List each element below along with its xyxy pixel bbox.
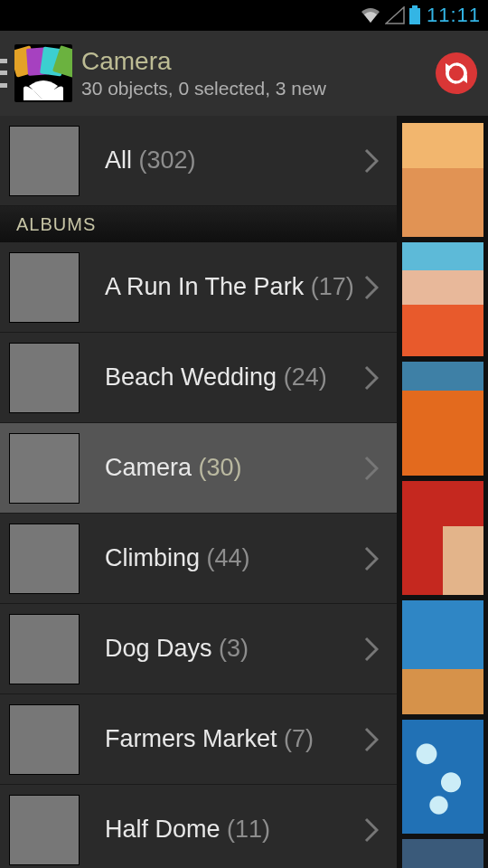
menu-icon[interactable] bbox=[0, 55, 7, 91]
battery-icon bbox=[408, 5, 421, 25]
svg-rect-1 bbox=[412, 5, 418, 8]
section-header-albums: ALBUMS bbox=[0, 206, 397, 242]
sync-icon bbox=[443, 60, 470, 87]
chevron-right-icon bbox=[364, 546, 379, 571]
album-thumb bbox=[9, 704, 80, 775]
photo-thumbnail[interactable] bbox=[402, 123, 483, 237]
album-row[interactable]: Dog Days (3) bbox=[0, 604, 397, 694]
status-time: 11:11 bbox=[427, 4, 481, 27]
album-thumb bbox=[9, 126, 80, 196]
album-label: Dog Days (3) bbox=[105, 635, 249, 663]
album-thumb bbox=[9, 614, 80, 684]
album-label: Camera (30) bbox=[105, 454, 242, 482]
album-row-all[interactable]: All (302) bbox=[0, 116, 397, 206]
album-label: Beach Wedding (24) bbox=[105, 363, 327, 392]
photo-thumbnail[interactable] bbox=[402, 839, 483, 868]
signal-icon bbox=[385, 6, 405, 24]
album-label: Farmers Market (7) bbox=[105, 725, 314, 753]
svg-rect-0 bbox=[409, 8, 420, 24]
photo-thumbnail[interactable] bbox=[402, 600, 483, 714]
page-subtitle: 30 objects, 0 selected, 3 new bbox=[81, 78, 436, 99]
album-label: A Run In The Park (17) bbox=[105, 273, 354, 301]
album-row[interactable]: Beach Wedding (24) bbox=[0, 333, 397, 423]
album-row[interactable]: Camera (30) bbox=[0, 423, 397, 514]
album-row[interactable]: Half Dome (11) bbox=[0, 785, 397, 868]
album-thumb bbox=[9, 795, 80, 865]
album-label: All (302) bbox=[105, 146, 196, 175]
album-row[interactable]: Farmers Market (7) bbox=[0, 694, 397, 785]
page-title: Camera bbox=[81, 47, 436, 76]
photo-thumbnail[interactable] bbox=[402, 362, 483, 476]
album-thumb bbox=[9, 343, 80, 413]
album-thumb bbox=[9, 433, 80, 504]
photo-thumbnail[interactable] bbox=[402, 242, 483, 356]
wifi-icon bbox=[360, 6, 381, 24]
chevron-right-icon bbox=[364, 727, 379, 752]
sync-button[interactable] bbox=[436, 52, 477, 94]
status-bar: 11:11 bbox=[0, 0, 488, 31]
app-icon[interactable] bbox=[14, 44, 72, 102]
chevron-right-icon bbox=[364, 365, 379, 391]
photo-thumbnail[interactable] bbox=[402, 720, 483, 834]
chevron-right-icon bbox=[364, 275, 379, 300]
photo-strip[interactable] bbox=[397, 116, 488, 868]
photo-thumbnail[interactable] bbox=[402, 481, 483, 595]
album-row[interactable]: A Run In The Park (17) bbox=[0, 242, 397, 333]
album-thumb bbox=[9, 524, 80, 594]
album-row[interactable]: Climbing (44) bbox=[0, 514, 397, 604]
app-header: Camera 30 objects, 0 selected, 3 new bbox=[0, 31, 488, 116]
album-label: Climbing (44) bbox=[105, 544, 250, 572]
chevron-right-icon bbox=[364, 817, 379, 843]
album-label: Half Dome (11) bbox=[105, 816, 270, 844]
album-thumb bbox=[9, 252, 80, 323]
chevron-right-icon bbox=[364, 456, 379, 481]
chevron-right-icon bbox=[364, 637, 379, 662]
album-list[interactable]: All (302) ALBUMS A Run In The Park (17)B… bbox=[0, 116, 397, 868]
chevron-right-icon bbox=[364, 148, 379, 174]
